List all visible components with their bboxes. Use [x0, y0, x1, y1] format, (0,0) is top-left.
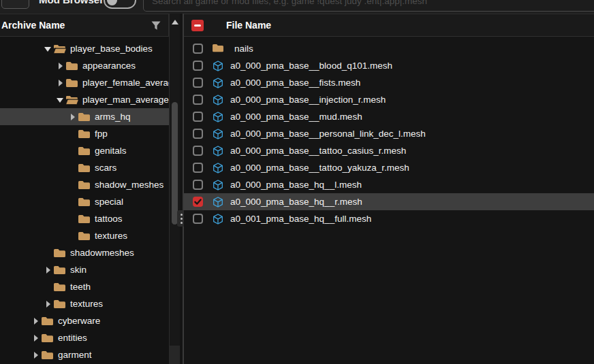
file-type-icon [212, 128, 224, 139]
tree-row[interactable]: skin [0, 261, 169, 278]
tree-row[interactable]: arms_hq [0, 108, 169, 125]
tree-row[interactable]: shadow_meshes [0, 176, 169, 193]
folder-icon [41, 316, 54, 327]
expander-icon[interactable] [44, 265, 53, 275]
file-row[interactable]: a0_000_pma_base__injection_r.mesh [184, 91, 594, 108]
file-row[interactable]: a0_000_pma_base__tattoo_casius_r.mesh [184, 142, 594, 159]
expander-icon[interactable] [68, 163, 78, 173]
file-name-label: a0_000_pma_base__fists.mesh [230, 78, 360, 88]
tree-row[interactable]: tattoos [0, 210, 169, 227]
file-checkbox[interactable] [193, 146, 203, 156]
file-checkbox[interactable] [193, 61, 203, 71]
file-type-icon [212, 179, 224, 191]
tree-row[interactable]: fpp [0, 125, 169, 142]
file-row[interactable]: a0_000_pma_base__blood_q101.mesh [184, 57, 594, 74]
mod-browser-toggle[interactable] [104, 0, 136, 9]
file-checkbox[interactable] [193, 78, 203, 88]
file-checkbox[interactable] [193, 95, 203, 105]
scroll-down-button[interactable] [170, 346, 180, 364]
file-list-header: File Name [184, 14, 594, 37]
file-row[interactable]: a0_000_pma_base__mud.mesh [184, 108, 594, 125]
file-row[interactable]: a0_001_pma_base_hq__full.mesh [184, 210, 594, 227]
folder-icon [53, 44, 66, 54]
tree-row[interactable]: shadowmeshes [0, 244, 169, 261]
folder-icon [78, 180, 91, 191]
file-list-panel: File Name nails [184, 14, 594, 364]
file-row[interactable]: a0_000_pma_base__tattoo_yakuza_r.mesh [184, 159, 594, 176]
tree-row[interactable]: scars [0, 159, 169, 176]
expander-icon[interactable] [68, 129, 78, 139]
expander-icon[interactable] [56, 95, 65, 105]
file-checkbox[interactable] [193, 214, 203, 224]
filter-icon[interactable] [151, 20, 161, 34]
expander-icon[interactable] [68, 112, 78, 122]
folder-icon [53, 248, 66, 259]
mesh-cube-icon [212, 179, 224, 191]
tree-scrollbar[interactable] [169, 14, 180, 364]
file-checkbox[interactable] [193, 163, 203, 173]
expander-icon[interactable] [44, 282, 53, 292]
scrollbar-thumb[interactable] [172, 102, 178, 225]
archive-tree-panel: Archive Name player_base_bodies [0, 14, 169, 364]
tree-row[interactable]: textures [0, 227, 169, 244]
tree-item-label: tattoos [95, 214, 123, 224]
file-row[interactable]: a0_000_pma_base_hq__r.mesh [184, 193, 594, 210]
file-name-label: a0_000_pma_base__injection_r.mesh [230, 95, 386, 105]
expander-icon[interactable] [56, 61, 65, 71]
file-type-icon [212, 213, 224, 225]
folder-icon [65, 61, 78, 71]
file-name-label: a0_001_pma_base_hq__full.mesh [230, 214, 371, 224]
tree-row[interactable]: cyberware [0, 312, 169, 329]
tree-row[interactable]: textures [0, 295, 169, 312]
expander-icon[interactable] [44, 248, 53, 258]
expander-icon[interactable] [56, 78, 65, 88]
top-toolbar: ✕ Mod Browser Search all game or mod fil… [0, 0, 594, 14]
file-row[interactable]: a0_000_pma_base__personal_link_dec_l.mes… [184, 125, 594, 142]
scroll-up-icon[interactable] [172, 20, 178, 24]
expander-icon[interactable] [31, 333, 41, 343]
expander-icon[interactable] [68, 214, 78, 224]
expander-icon[interactable] [44, 44, 53, 54]
archive-name-header[interactable]: Archive Name [0, 14, 169, 37]
file-row[interactable]: a0_000_pma_base_hq__l.mesh [184, 176, 594, 193]
file-name-column-label[interactable]: File Name [226, 14, 271, 37]
tree-row[interactable]: player_base_bodies [0, 40, 169, 57]
folder-icon [78, 112, 91, 122]
expander-icon[interactable] [68, 231, 78, 241]
search-input[interactable]: Search all game or mod files, e.g. game … [143, 0, 594, 12]
file-checkbox[interactable] [193, 129, 203, 139]
file-name-label: a0_000_pma_base__tattoo_yakuza_r.mesh [230, 163, 409, 173]
select-all-checkbox[interactable] [191, 20, 204, 31]
tree-row[interactable]: entities [0, 329, 169, 346]
file-row[interactable]: a0_000_pma_base__fists.mesh [184, 74, 594, 91]
tree-item-label: garment [58, 350, 92, 360]
tree-item-label: textures [70, 299, 103, 309]
tree-row[interactable]: player_female_average [0, 74, 169, 91]
file-checkbox[interactable] [193, 44, 203, 54]
tree-row[interactable]: garment [0, 346, 169, 363]
file-row[interactable]: nails [184, 40, 594, 57]
search-placeholder: Search all game or mod files, e.g. game … [152, 0, 427, 7]
folder-icon [41, 333, 54, 344]
file-checkbox[interactable] [193, 112, 203, 122]
tree-row[interactable]: appearances [0, 57, 169, 74]
file-checkbox[interactable] [193, 197, 203, 207]
expander-icon[interactable] [44, 299, 53, 309]
mesh-cube-icon [212, 60, 224, 72]
expander-icon[interactable] [68, 146, 78, 156]
expander-icon[interactable] [68, 197, 78, 207]
folder-icon [65, 95, 78, 105]
expander-icon[interactable] [68, 180, 78, 190]
mesh-cube-icon [212, 128, 224, 140]
tree-row[interactable]: teeth [0, 278, 169, 295]
close-tab[interactable]: ✕ [1, 0, 29, 9]
mesh-cube-icon [212, 213, 224, 225]
tree-row[interactable]: special [0, 193, 169, 210]
expander-icon[interactable] [31, 350, 41, 360]
file-checkbox[interactable] [193, 180, 203, 190]
tree-row[interactable]: player_man_average [0, 91, 169, 108]
tree-row[interactable]: genitals [0, 142, 169, 159]
folder-icon [53, 299, 66, 310]
tree-item-label: textures [95, 231, 127, 241]
expander-icon[interactable] [31, 316, 41, 326]
